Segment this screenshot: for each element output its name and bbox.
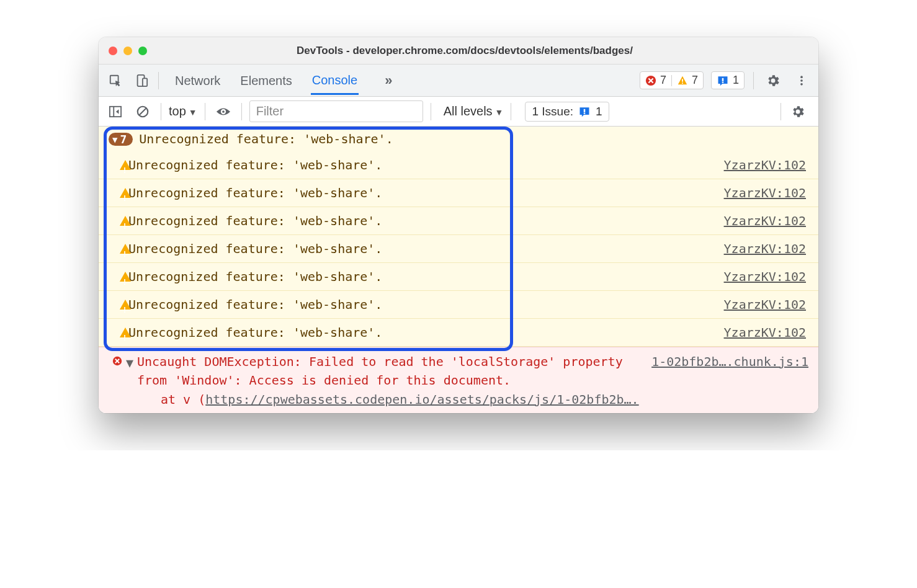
- console-settings-icon[interactable]: [787, 101, 808, 122]
- warning-source-link[interactable]: YzarzKV:102: [724, 156, 808, 174]
- console-body: ▼ 7 Unrecognized feature: 'web-share'. U…: [99, 127, 818, 413]
- divider: [431, 103, 431, 120]
- warning-row[interactable]: Unrecognized feature: 'web-share'.YzarzK…: [99, 235, 818, 263]
- levels-label: All levels: [444, 104, 493, 118]
- traffic-lights: [109, 47, 147, 55]
- warning-source-link[interactable]: YzarzKV:102: [724, 268, 808, 285]
- divider: [241, 103, 242, 120]
- warning-icon: [112, 184, 128, 202]
- svg-rect-4: [682, 79, 683, 82]
- svg-rect-2: [143, 78, 147, 86]
- issue-icon: [717, 74, 729, 87]
- chevron-down-icon: ▼: [495, 107, 504, 117]
- warning-message: Unrecognized feature: 'web-share'.: [128, 268, 382, 285]
- error-stack: at v (https://cpwebassets.codepen.io/ass…: [99, 392, 818, 413]
- group-count-pill: ▼ 7: [109, 133, 133, 146]
- tab-elements[interactable]: Elements: [239, 66, 293, 94]
- warning-row[interactable]: Unrecognized feature: 'web-share'.YzarzK…: [99, 179, 818, 207]
- warning-source-link[interactable]: YzarzKV:102: [724, 212, 808, 229]
- error-count: 7: [660, 74, 666, 87]
- warning-message: Unrecognized feature: 'web-share'.: [128, 184, 382, 202]
- warning-row[interactable]: Unrecognized feature: 'web-share'.YzarzK…: [99, 151, 818, 179]
- filter-input[interactable]: [249, 100, 423, 122]
- stack-link[interactable]: https://cpwebassets.codepen.io/assets/pa…: [205, 392, 638, 407]
- error-icon: [645, 75, 656, 86]
- svg-rect-7: [722, 81, 724, 82]
- warning-icon: [677, 75, 688, 86]
- sidebar-toggle-icon[interactable]: [105, 101, 126, 122]
- issues-badge[interactable]: 1: [711, 71, 745, 89]
- issues-button[interactable]: 1 Issue: 1: [525, 102, 609, 122]
- warning-message: Unrecognized feature: 'web-share'.: [128, 212, 382, 229]
- expand-arrow-icon[interactable]: ▼: [126, 352, 137, 372]
- divider: [753, 72, 754, 89]
- live-expression-icon[interactable]: [213, 101, 234, 122]
- warning-icon: [112, 324, 128, 341]
- device-toggle-icon[interactable]: [131, 70, 152, 91]
- warning-source-link[interactable]: YzarzKV:102: [724, 296, 808, 313]
- warning-count: 7: [692, 74, 698, 87]
- divider: [781, 103, 781, 120]
- error-entry: ▼ Uncaught DOMException: Failed to read …: [99, 347, 818, 413]
- divider: [205, 103, 205, 120]
- svg-rect-11: [110, 106, 121, 116]
- warning-row[interactable]: Unrecognized feature: 'web-share'.YzarzK…: [99, 291, 818, 319]
- warning-message: Unrecognized feature: 'web-share'.: [128, 296, 382, 313]
- tab-console[interactable]: Console: [311, 66, 359, 95]
- minimize-window-button[interactable]: [123, 47, 132, 55]
- warning-icon: [112, 212, 128, 229]
- warning-message: Unrecognized feature: 'web-share'.: [128, 156, 382, 174]
- issues-count: 1: [596, 105, 602, 118]
- tab-network[interactable]: Network: [174, 66, 221, 94]
- warning-message: Unrecognized feature: 'web-share'.: [128, 324, 382, 341]
- divider: [161, 103, 161, 120]
- svg-rect-16: [584, 112, 586, 114]
- svg-rect-5: [682, 82, 683, 84]
- warning-row[interactable]: Unrecognized feature: 'web-share'.YzarzK…: [99, 207, 818, 235]
- svg-point-10: [800, 83, 803, 86]
- warning-row[interactable]: Unrecognized feature: 'web-share'.YzarzK…: [99, 263, 818, 291]
- group-message: Unrecognized feature: 'web-share'.: [139, 131, 393, 146]
- maximize-window-button[interactable]: [138, 47, 147, 55]
- kebab-menu-icon[interactable]: [791, 70, 812, 91]
- titlebar: DevTools - developer.chrome.com/docs/dev…: [99, 37, 818, 65]
- svg-rect-15: [584, 109, 586, 112]
- more-tabs-icon[interactable]: »: [385, 73, 392, 89]
- divider: [511, 103, 511, 120]
- error-warning-counts[interactable]: 7 7: [640, 71, 704, 89]
- warning-row[interactable]: Unrecognized feature: 'web-share'.YzarzK…: [99, 319, 818, 347]
- warning-message: Unrecognized feature: 'web-share'.: [128, 240, 382, 257]
- warning-icon: [112, 240, 128, 257]
- svg-point-9: [800, 79, 803, 82]
- svg-rect-6: [722, 78, 724, 81]
- issues-count: 1: [733, 74, 739, 87]
- issues-label: 1 Issue:: [532, 105, 573, 118]
- warning-icon: [112, 156, 128, 174]
- issue-icon: [578, 105, 591, 118]
- log-levels-selector[interactable]: All levels ▼: [444, 104, 504, 118]
- error-icon: [112, 352, 126, 366]
- context-label: top: [169, 104, 186, 118]
- warning-source-link[interactable]: YzarzKV:102: [724, 324, 808, 341]
- warning-group: ▼ 7 Unrecognized feature: 'web-share'. U…: [99, 127, 818, 347]
- devtools-window: DevTools - developer.chrome.com/docs/dev…: [99, 37, 818, 413]
- warning-source-link[interactable]: YzarzKV:102: [724, 240, 808, 257]
- warning-group-header[interactable]: ▼ 7 Unrecognized feature: 'web-share'.: [99, 127, 818, 151]
- error-message: Uncaught DOMException: Failed to read th…: [137, 352, 642, 390]
- close-window-button[interactable]: [109, 47, 117, 55]
- warning-source-link[interactable]: YzarzKV:102: [724, 184, 808, 202]
- svg-line-14: [140, 108, 146, 115]
- error-source-link[interactable]: 1-02bfb2b….chunk.js:1: [651, 352, 808, 371]
- group-count: 7: [120, 133, 127, 146]
- context-selector[interactable]: top ▼: [169, 104, 197, 118]
- window-title: DevTools - developer.chrome.com/docs/dev…: [158, 45, 771, 57]
- chevron-down-icon: ▼: [189, 107, 197, 117]
- clear-console-icon[interactable]: [132, 101, 153, 122]
- warning-icon: [112, 296, 128, 313]
- svg-point-8: [800, 76, 803, 78]
- warning-icon: [112, 268, 128, 285]
- settings-icon[interactable]: [763, 70, 784, 91]
- inspect-element-icon[interactable]: [105, 70, 126, 91]
- console-toolbar: top ▼ All levels ▼ 1 Issue: 1: [99, 97, 818, 127]
- main-toolbar: Network Elements Console » 7 7 1: [99, 65, 818, 97]
